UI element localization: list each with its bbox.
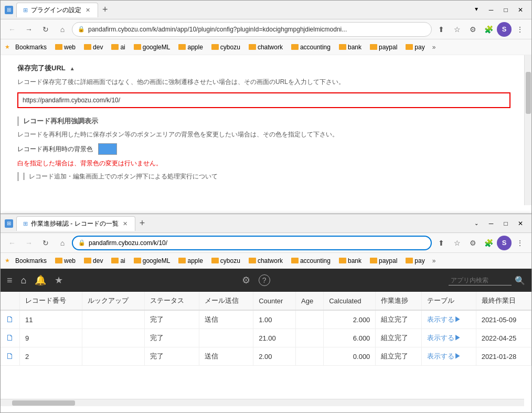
maximize-button-1[interactable]: □ <box>499 3 513 17</box>
table-container[interactable]: レコード番号 ルックアップ ステータス メール送信 Counter Age Ca… <box>1 292 531 406</box>
back-button-1[interactable]: ← <box>5 22 19 37</box>
app-search-input[interactable] <box>449 276 512 285</box>
maximize-button-2[interactable]: □ <box>499 217 513 230</box>
chevron-up-icon[interactable]: ▲ <box>70 66 75 71</box>
bookmark-bookmarks-1[interactable]: Bookmarks <box>12 43 50 52</box>
bookmark-cybozu-1[interactable]: cybozu <box>208 43 243 52</box>
favorite-button-1[interactable]: ☆ <box>450 22 464 37</box>
table-row[interactable]: 🗋 2 完了 送信 2.00 0.000 組立完了 表示する▶ 2021-01-… <box>1 347 531 366</box>
forward-button-2[interactable]: → <box>22 236 36 250</box>
bookmark-ai-2[interactable]: ai <box>108 256 128 266</box>
bookmark-accounting-1[interactable]: accounting <box>288 43 334 52</box>
bookmark-bank-2[interactable]: bank <box>336 256 365 266</box>
search-button[interactable]: 🔍 <box>515 276 525 285</box>
share-button-1[interactable]: ⬆ <box>434 22 449 37</box>
home-app-icon[interactable]: ⌂ <box>21 275 27 286</box>
th-status[interactable]: ステータス <box>145 292 199 310</box>
minimize-button-2[interactable]: ─ <box>484 217 498 230</box>
th-table[interactable]: テーブル <box>422 292 476 310</box>
scrollbar-horizontal-2[interactable] <box>1 399 524 406</box>
close-button-2[interactable]: ✕ <box>514 217 527 230</box>
new-tab-button-2[interactable]: + <box>135 218 150 229</box>
chevron-down-btn-2[interactable]: ⌄ <box>470 217 483 230</box>
bookmark-pay-1[interactable]: pay <box>402 43 428 52</box>
help-button[interactable]: ? <box>259 274 270 286</box>
th-record-no[interactable]: レコード番号 <box>20 292 82 310</box>
row-table-3[interactable]: 表示する▶ <box>422 347 476 366</box>
share-button-2[interactable]: ⬆ <box>434 236 449 250</box>
bookmark-dev-1[interactable]: dev <box>81 43 106 52</box>
favorite-button-2[interactable]: ☆ <box>450 236 464 250</box>
tab-close-1[interactable]: ✕ <box>84 7 91 14</box>
th-calculated[interactable]: Calculated <box>324 292 376 310</box>
bookmark-apple-2[interactable]: apple <box>175 256 206 266</box>
address-bar-1[interactable]: 🔒 pandafirm.cybozu.com/k/admin/app/10/pl… <box>72 22 432 37</box>
bookmark-paypal-2[interactable]: paypal <box>367 256 400 266</box>
table-row[interactable]: 🗋 9 完了 21.00 6.000 組立完了 表示する▶ 2022-04-25 <box>1 329 531 347</box>
row-table-1[interactable]: 表示する▶ <box>422 310 476 329</box>
bookmark-cybozu-2[interactable]: cybozu <box>208 256 243 266</box>
scrollbar-vertical-1[interactable] <box>524 55 531 205</box>
records-table: レコード番号 ルックアップ ステータス メール送信 Counter Age Ca… <box>1 292 531 366</box>
extensions-button-1[interactable]: 🧩 <box>481 22 496 37</box>
back-button-2[interactable]: ← <box>5 236 19 250</box>
refresh-button-1[interactable]: ↻ <box>38 22 53 37</box>
settings-button-2[interactable]: ⚙ <box>465 236 480 250</box>
address-bar-2[interactable]: 🔒 <box>72 236 432 250</box>
chevron-down-btn-1[interactable]: ▲ <box>470 3 483 17</box>
forward-button-1[interactable]: → <box>22 22 36 37</box>
th-counter[interactable]: Counter <box>253 292 296 310</box>
home-button-2[interactable]: ⌂ <box>55 236 70 250</box>
bookmark-accounting-2[interactable]: accounting <box>288 256 334 266</box>
more-bookmarks-2[interactable]: » <box>432 257 436 264</box>
row-table-2[interactable]: 表示する▶ <box>422 329 476 347</box>
home-button-1[interactable]: ⌂ <box>55 22 70 37</box>
bookmark-googleml-1[interactable]: googleML <box>131 43 174 52</box>
th-age[interactable]: Age <box>296 292 324 310</box>
hamburger-icon[interactable]: ≡ <box>7 275 13 286</box>
avatar-2[interactable]: S <box>497 236 512 250</box>
scrollbar-h-thumb-2[interactable] <box>12 400 75 406</box>
extensions-button-2[interactable]: 🧩 <box>481 236 496 250</box>
menu-button-2[interactable]: ⋮ <box>513 236 527 250</box>
minimize-button-1[interactable]: ─ <box>484 3 498 17</box>
bookmark-chatwork-2[interactable]: chatwork <box>246 256 286 266</box>
tab-close-2[interactable]: ✕ <box>122 220 129 227</box>
bookmarks-star-icon-2: ★ <box>5 257 10 264</box>
bookmark-bank-1[interactable]: bank <box>336 43 365 52</box>
bookmark-pay-2[interactable]: pay <box>402 256 428 266</box>
bookmark-web-1[interactable]: web <box>52 43 79 52</box>
more-bookmarks-1[interactable]: » <box>432 44 436 51</box>
gear-app-icon[interactable]: ⚙ <box>242 274 250 286</box>
th-progress[interactable]: 作業進捗 <box>376 292 422 310</box>
th-last-date[interactable]: 最終作業日 <box>476 292 531 310</box>
folder-icon <box>211 44 219 50</box>
bookmark-chatwork-1[interactable]: chatwork <box>246 43 286 52</box>
bookmark-bookmarks-2[interactable]: Bookmarks <box>12 256 50 266</box>
save-url-input[interactable] <box>17 92 510 108</box>
new-tab-button-1[interactable]: + <box>98 4 112 15</box>
refresh-button-2[interactable]: ↻ <box>38 236 53 250</box>
bookmark-apple-1[interactable]: apple <box>175 43 206 52</box>
bookmark-web-2[interactable]: web <box>52 256 79 266</box>
bell-icon[interactable]: 🔔 <box>35 274 46 286</box>
color-swatch[interactable] <box>98 143 117 155</box>
star-app-icon[interactable]: ★ <box>55 274 63 286</box>
address-input-2[interactable] <box>89 239 425 247</box>
bookmark-paypal-1[interactable]: paypal <box>367 43 400 52</box>
menu-button-1[interactable]: ⋮ <box>513 22 527 37</box>
table-row[interactable]: 🗋 11 完了 送信 1.00 2.000 組立完了 表示する▶ 2021-05… <box>1 310 531 329</box>
settings-button-1[interactable]: ⚙ <box>465 22 480 37</box>
tab-plugin-settings[interactable]: ⊞ プラグインの設定 ✕ <box>16 3 98 17</box>
row-mail-3: 送信 <box>199 347 253 366</box>
tab-record-list[interactable]: ⊞ 作業進捗確認 - レコードの一覧 ✕ <box>16 216 135 231</box>
avatar-1[interactable]: S <box>497 22 512 37</box>
save-url-description: レコード保存完了後に詳細画面ではなく、他の画面に強制遷移させたい場合は、その画面… <box>17 77 521 87</box>
bookmark-ai-1[interactable]: ai <box>108 43 128 52</box>
close-button-1[interactable]: ✕ <box>514 3 527 17</box>
scrollbar-thumb-1[interactable] <box>526 72 531 114</box>
th-mail[interactable]: メール送信 <box>199 292 253 310</box>
bookmark-dev-2[interactable]: dev <box>81 256 106 266</box>
th-lookup[interactable]: ルックアップ <box>82 292 145 310</box>
bookmark-googleml-2[interactable]: googleML <box>131 256 174 266</box>
